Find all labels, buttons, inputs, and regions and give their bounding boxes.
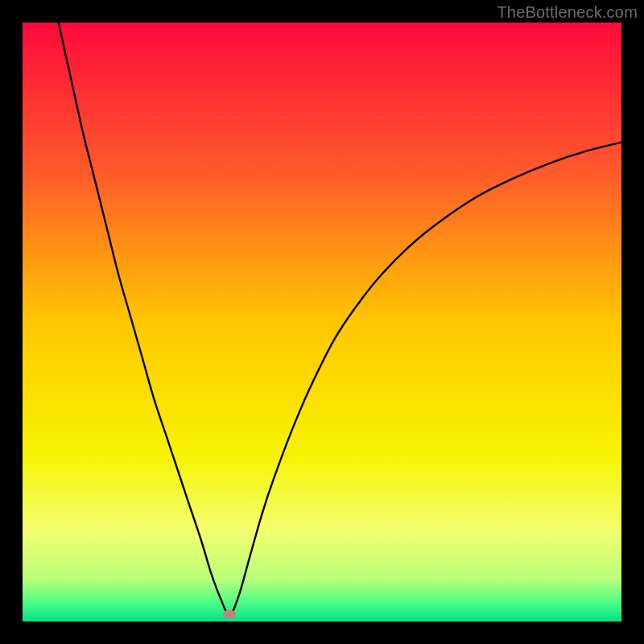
chart-frame — [23, 23, 621, 621]
chart-plot-area — [23, 23, 621, 621]
chart-background-gradient — [23, 23, 621, 621]
watermark-text: TheBottleneck.com — [497, 3, 638, 22]
optimal-point-marker — [223, 610, 236, 619]
